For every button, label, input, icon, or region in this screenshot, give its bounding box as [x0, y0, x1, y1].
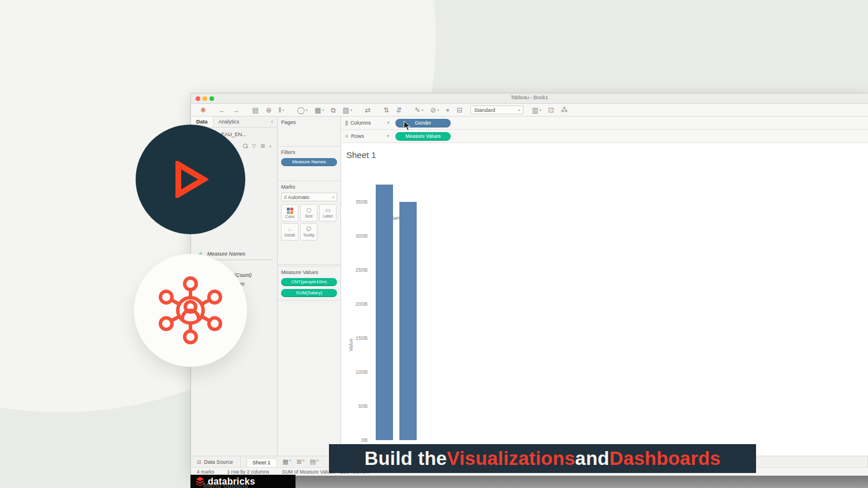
filter-funnel-icon[interactable]: ▽: [252, 143, 256, 149]
tooltip-button[interactable]: 🗩 Tooltip: [300, 223, 317, 241]
window-titlebar: Tableau - Book1: [191, 93, 868, 104]
rows-shelf[interactable]: ≡ Rows ▾ Measure Values: [341, 130, 868, 143]
new-story-icon[interactable]: ▤⁺: [310, 458, 319, 466]
data-source-tab[interactable]: ⊟ Data Source: [191, 456, 241, 467]
collapse-pane-icon[interactable]: ‹: [267, 117, 277, 127]
shelf-caret-icon[interactable]: ▾: [387, 121, 395, 125]
rows-pill-measure-values[interactable]: Measure Values: [395, 132, 451, 141]
sheet1-tab[interactable]: Sheet 1: [246, 458, 277, 468]
view-options-caret-icon[interactable]: ▾: [270, 144, 271, 148]
y-tick-label: 300B: [346, 233, 368, 239]
status-size: 1 row by 2 columns: [227, 469, 269, 475]
view-grid-icon[interactable]: ⊞: [260, 143, 265, 149]
filter-pill-measure-names[interactable]: Measure Names: [281, 158, 337, 166]
mark-type-dropdown[interactable]: ɪl Automatic ▾: [281, 193, 337, 201]
sheet-title: Sheet 1: [346, 150, 376, 160]
caption-text: and: [575, 448, 609, 470]
y-tick-label: 250B: [346, 267, 368, 273]
window-title: Tableau - Book1: [191, 95, 868, 100]
data-source-icon: ⊟: [197, 459, 201, 465]
fit-dropdown[interactable]: Standard▾: [470, 106, 523, 114]
tableau-window: Tableau - Book1 ✱←→▤⊕‖▾◯▾▦▾⧉▨▾⇄⇅⇵✎▾⊘▾⌖⊟S…: [190, 93, 868, 476]
bar-mark[interactable]: [376, 185, 393, 440]
pill-sum-salary[interactable]: SUM(Salary): [281, 289, 337, 297]
show-hide-cards-button[interactable]: ▥▾: [528, 104, 544, 116]
duplicate-sheet-button[interactable]: ⧉: [327, 104, 339, 116]
network-badge-overlay: [134, 254, 247, 367]
clear-sheet-button[interactable]: ▨▾: [339, 104, 356, 116]
swap-rows-columns-button[interactable]: ⇄: [361, 104, 374, 116]
pill-cnt-people10m[interactable]: CNT(people10m): [281, 278, 337, 286]
shelf-caret-icon[interactable]: ▾: [387, 134, 395, 138]
mouse-cursor: [403, 121, 411, 131]
new-worksheet-button[interactable]: ▦▾: [311, 104, 327, 116]
bar-mark[interactable]: [399, 202, 417, 440]
detail-button[interactable]: ∴ Detail: [281, 223, 298, 241]
columns-shelf[interactable]: ||| Columns ▾ Gender: [341, 117, 868, 130]
databricks-logo-text: databricks: [208, 476, 255, 487]
databricks-branding: databricks Menu options: [190, 475, 295, 488]
marks-card: Marks ɪl Automatic ▾ Color ⬡ Size: [278, 181, 341, 265]
y-tick-label: 0B: [346, 437, 368, 443]
search-icon[interactable]: [243, 144, 248, 148]
presentation-mode-button[interactable]: ⊡: [545, 104, 558, 116]
filters-shelf[interactable]: Filters Measure Names: [278, 147, 341, 181]
label-icon: ▭: [325, 208, 330, 213]
y-tick-label: 50B: [346, 403, 368, 409]
color-icon: [287, 208, 293, 214]
play-icon: [173, 161, 208, 198]
y-tick-label: 150B: [346, 335, 368, 341]
new-dashboard-icon[interactable]: ⊞⁺: [297, 458, 305, 466]
measure-values-card: Measure Values CNT(people10m) SUM(Salary…: [278, 266, 341, 301]
tooltip-icon: 🗩: [306, 227, 312, 232]
label-button[interactable]: ▭ Label: [319, 204, 336, 222]
sheet-canvas[interactable]: Sheet 1 Gender Value 0B50B100B150B200B25…: [341, 144, 868, 456]
run-updates-button[interactable]: ◯▾: [293, 104, 310, 116]
size-button[interactable]: ⬡ Size: [300, 204, 317, 222]
caption-text-highlight: Dashboards: [609, 448, 721, 470]
pages-shelf[interactable]: Pages: [278, 117, 341, 147]
y-tick-label: 100B: [346, 369, 368, 375]
worksheet-area: ||| Columns ▾ Gender ≡ Rows ▾ Measure Va…: [341, 117, 868, 456]
rows-icon: ≡: [345, 133, 348, 139]
new-worksheet-icon[interactable]: ▦⁺: [283, 458, 292, 466]
share-button[interactable]: ⁂: [558, 104, 571, 116]
tab-analytics[interactable]: Analytics: [214, 117, 245, 127]
color-button[interactable]: Color: [281, 204, 298, 222]
cards-column: Pages Filters Measure Names Marks ɪl Aut…: [278, 117, 341, 456]
caret-down-icon: ▾: [332, 195, 334, 199]
sort-descending-button[interactable]: ⇵: [392, 104, 405, 116]
people-network-icon: [156, 276, 225, 345]
y-tick-label: 350B: [346, 199, 368, 205]
new-data-source-button[interactable]: ⊕: [262, 104, 275, 116]
sort-ascending-button[interactable]: ⇅: [380, 104, 392, 116]
columns-icon: |||: [345, 120, 347, 126]
redo-button[interactable]: →: [229, 104, 243, 116]
tableau-logo-icon[interactable]: ✱: [197, 104, 209, 116]
group-members-button[interactable]: ⊘▾: [426, 104, 442, 116]
marks-buttons: Color ⬡ Size ▭ Label ∴ Detail 🗩 Tooltip: [281, 204, 337, 241]
save-button[interactable]: ▤: [249, 104, 262, 116]
show-mark-labels-button[interactable]: ⌖: [443, 104, 454, 116]
caption-text-highlight: Visualizations: [447, 448, 575, 470]
status-marks: 4 marks: [197, 469, 214, 475]
video-play-overlay[interactable]: [136, 125, 245, 234]
caption-text: Build the: [364, 448, 447, 470]
highlight-button[interactable]: ✎▾: [411, 104, 426, 116]
detail-icon: ∴: [288, 227, 291, 232]
main-toolbar: ✱←→▤⊕‖▾◯▾▦▾⧉▨▾⇄⇅⇵✎▾⊘▾⌖⊟Standard▾▥▾⊡⁂: [191, 104, 868, 117]
y-tick-label: 200B: [346, 301, 368, 307]
undo-button[interactable]: ←: [215, 104, 229, 116]
fix-axes-button[interactable]: ⊟: [453, 104, 466, 116]
fit-value: Standard: [474, 107, 495, 113]
pause-auto-updates-button[interactable]: ‖▾: [275, 104, 287, 116]
video-caption-banner: Build the Visualizations and Dashboards: [329, 444, 756, 473]
size-icon: ⬡: [306, 208, 312, 213]
